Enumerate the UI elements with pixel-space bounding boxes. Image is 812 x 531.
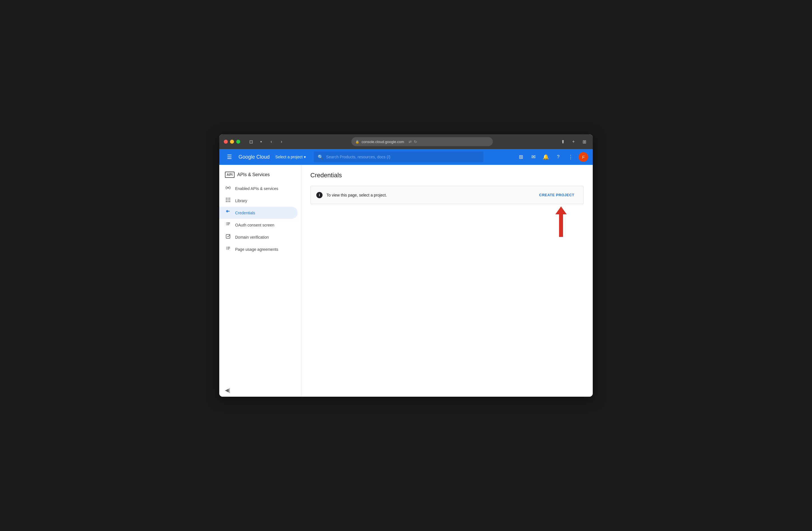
apps-button[interactable]: ⊞: [515, 151, 526, 163]
svg-rect-2: [228, 198, 229, 199]
search-bar[interactable]: 🔍 Search Products, resources, docs (/): [314, 151, 483, 162]
browser-window: ⊡ ▾ ‹ › 🔒 console.cloud.google.com ⇄ ↻ ⬆…: [219, 134, 593, 397]
red-arrow: [555, 206, 567, 237]
titlebar-right: ⬆ + ⊞: [559, 138, 588, 146]
notifications-mail-button[interactable]: ✉: [528, 151, 539, 163]
title-bar: ⊡ ▾ ‹ › 🔒 console.cloud.google.com ⇄ ↻ ⬆…: [219, 134, 593, 149]
mail-icon: ✉: [531, 154, 536, 160]
arrow-shaft: [559, 214, 563, 237]
sidebar-item-oauth[interactable]: OAuth consent screen: [219, 219, 298, 231]
svg-rect-9: [230, 201, 230, 202]
page-title: Credentials: [310, 172, 584, 179]
svg-rect-7: [226, 201, 227, 202]
bell-icon: 🔔: [543, 154, 549, 160]
info-banner: i To view this page, select a project. C…: [310, 186, 584, 204]
forward-button[interactable]: ›: [278, 138, 286, 146]
bell-button[interactable]: 🔔: [540, 151, 551, 163]
svg-rect-22: [228, 248, 230, 249]
sidebar-item-enabled-apis[interactable]: Enabled APIs & services: [219, 182, 298, 194]
sidebar-item-page-usage[interactable]: Page usage agreements: [219, 243, 298, 255]
close-button[interactable]: [224, 140, 228, 144]
annotation-area: i To view this page, select a project. C…: [310, 186, 584, 237]
info-icon: i: [316, 192, 322, 198]
maximize-button[interactable]: [236, 140, 240, 144]
enabled-apis-label: Enabled APIs & services: [235, 186, 278, 191]
svg-rect-16: [226, 225, 227, 225]
red-arrow-annotation: [310, 206, 584, 237]
top-nav: ☰ Google Cloud Select a project ▾ 🔍 Sear…: [219, 149, 593, 165]
sidebar-title: APIs & Services: [237, 172, 270, 177]
more-options-button[interactable]: ⋮: [565, 151, 576, 163]
sidebar-item-library[interactable]: Library: [219, 194, 298, 207]
translate-icon: ⇄: [408, 140, 412, 144]
traffic-lights: [224, 140, 240, 144]
collapse-icon: ◀|: [225, 387, 230, 393]
google-cloud-logo[interactable]: Google Cloud: [238, 154, 270, 160]
project-selector-button[interactable]: Select a project ▾: [273, 153, 308, 161]
credentials-label: Credentials: [235, 211, 255, 215]
page-usage-label: Page usage agreements: [235, 247, 278, 252]
create-project-label: CREATE PROJECT: [539, 193, 575, 197]
sidebar: API APIs & Services Enabled APIs & servi…: [219, 165, 301, 397]
titlebar-controls: ⊡ ▾ ‹ ›: [247, 138, 286, 146]
svg-rect-14: [226, 224, 227, 224]
svg-point-19: [226, 247, 227, 247]
sidebar-collapse-button[interactable]: ◀|: [219, 384, 301, 397]
nav-dropdown-button[interactable]: ▾: [257, 138, 265, 146]
svg-rect-24: [228, 249, 229, 250]
library-label: Library: [235, 198, 247, 203]
search-placeholder-text: Search Products, resources, docs (/): [326, 155, 390, 159]
lock-icon: 🔒: [356, 140, 359, 144]
back-button[interactable]: ‹: [267, 138, 275, 146]
credentials-icon: [225, 209, 231, 216]
project-dropdown-icon: ▾: [304, 155, 306, 159]
main-area: API APIs & Services Enabled APIs & servi…: [219, 165, 593, 397]
library-icon: [225, 197, 231, 204]
svg-rect-15: [227, 224, 230, 224]
user-avatar[interactable]: F: [579, 152, 588, 162]
svg-point-11: [227, 211, 228, 211]
sidebar-toggle-button[interactable]: ⊡: [247, 138, 255, 146]
project-selector-label: Select a project: [275, 155, 303, 159]
share-button[interactable]: ⬆: [559, 138, 567, 146]
svg-point-21: [226, 248, 227, 248]
svg-rect-4: [226, 200, 227, 201]
banner-message: To view this page, select a project.: [327, 193, 387, 197]
avatar-letter: F: [582, 155, 584, 160]
page-usage-icon: [225, 246, 231, 252]
svg-rect-17: [227, 225, 229, 225]
svg-rect-8: [228, 201, 229, 202]
sidebar-nav: Enabled APIs & services Library: [219, 182, 301, 384]
grid-view-button[interactable]: ⊞: [580, 138, 588, 146]
logo-text: Google Cloud: [238, 154, 270, 160]
sidebar-item-credentials[interactable]: Credentials: [219, 207, 298, 219]
more-icon: ⋮: [568, 154, 573, 160]
minimize-button[interactable]: [230, 140, 234, 144]
new-tab-button[interactable]: +: [569, 138, 578, 146]
svg-rect-18: [226, 234, 230, 238]
oauth-label: OAuth consent screen: [235, 223, 274, 227]
svg-rect-12: [226, 222, 227, 223]
help-button[interactable]: ?: [553, 151, 564, 163]
svg-rect-20: [228, 247, 230, 247]
content-area: Credentials i To view this page, select …: [301, 165, 593, 397]
url-text: console.cloud.google.com: [362, 140, 404, 144]
refresh-button[interactable]: ↻: [414, 140, 417, 144]
info-banner-left: i To view this page, select a project.: [316, 192, 387, 198]
svg-rect-13: [227, 222, 230, 223]
domain-verification-icon: [225, 234, 231, 240]
hamburger-icon: ☰: [227, 153, 232, 160]
oauth-icon: [225, 222, 231, 228]
help-icon: ?: [557, 154, 560, 160]
create-project-button[interactable]: CREATE PROJECT: [536, 191, 578, 199]
domain-verification-label: Domain verification: [235, 235, 269, 239]
svg-point-23: [226, 249, 227, 249]
address-bar[interactable]: 🔒 console.cloud.google.com ⇄ ↻: [351, 137, 493, 146]
hamburger-button[interactable]: ☰: [224, 151, 235, 163]
svg-rect-3: [230, 198, 230, 199]
sidebar-item-domain-verification[interactable]: Domain verification: [219, 231, 298, 243]
svg-rect-6: [230, 200, 230, 201]
apps-icon: ⊞: [519, 154, 523, 160]
arrow-head: [555, 206, 567, 214]
svg-rect-5: [228, 200, 229, 201]
